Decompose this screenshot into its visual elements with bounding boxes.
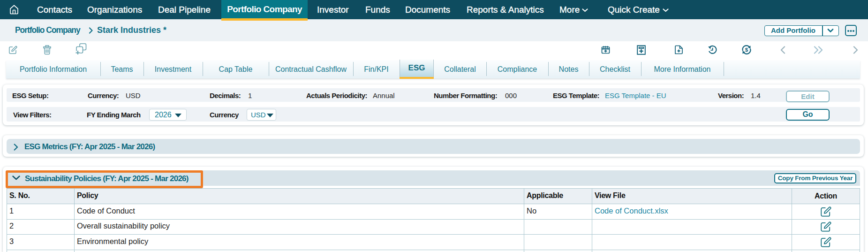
svg-text:$: $: [745, 47, 748, 53]
